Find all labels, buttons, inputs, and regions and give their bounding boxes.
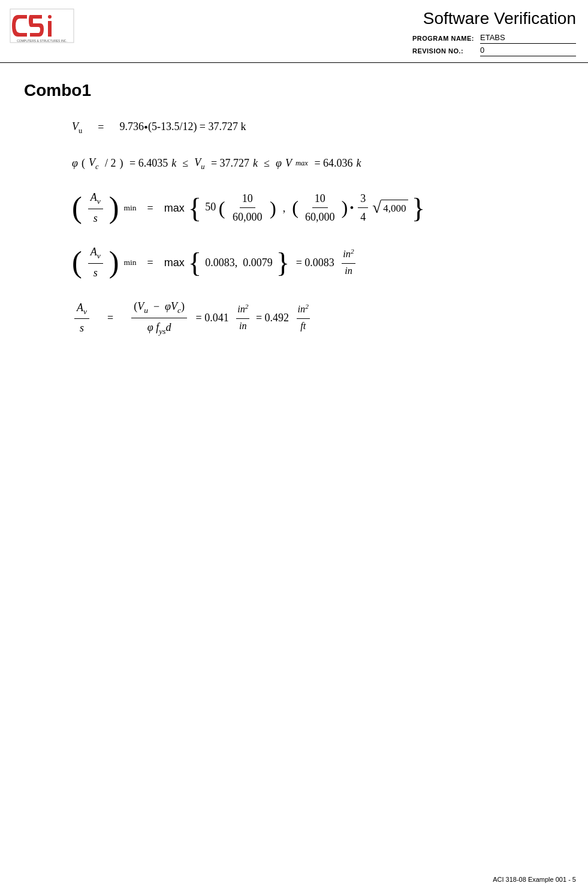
eq5-unit1: in2 in (236, 301, 249, 334)
eq3-close-brace: } (412, 195, 425, 221)
eq4-open-paren: ( (72, 249, 82, 276)
svg-point-1 (48, 15, 52, 19)
logo: COMPUTERS & STRUCTURES INC. (6, 6, 78, 45)
eq4-values: 0.0083, 0.0079 (205, 254, 273, 272)
eq2-close-paren: ) (120, 155, 123, 172)
equation-2: φ ( Vc / 2 ) = 6.4035 k ≤ Vu = 37.727 k … (72, 154, 564, 173)
equation-3: ( Av s ) min = max { 50 ( 10 60,000 ) (72, 189, 564, 227)
eq3-term2: ( 10 60,000 ) • 3 4 √ 4,000 (292, 190, 408, 227)
svg-text:COMPUTERS & STRUCTURES INC.: COMPUTERS & STRUCTURES INC. (17, 39, 67, 43)
eq2-val3: = 64.036 (312, 155, 353, 172)
eq5-lhs: Av s (72, 299, 92, 337)
equation-4: ( Av s ) min = max { 0.0083, 0.0079 } = … (72, 243, 564, 281)
svg-rect-2 (48, 21, 52, 37)
eq2-val1: = 6.4035 (127, 155, 168, 172)
eq1-lhs: Vu (72, 118, 82, 137)
eq2-val2: = 37.727 (208, 155, 249, 172)
eq3-term1: 50 ( 10 60,000 ) (205, 190, 276, 227)
equation-1: Vu = 9.736•(5-13.5/12) = 37.727 k (72, 118, 564, 137)
eq4-frac: Av s (88, 243, 103, 281)
eq2-leq2: ≤ (264, 155, 270, 172)
equations-block: Vu = 9.736•(5-13.5/12) = 37.727 k φ ( Vc… (72, 118, 564, 337)
program-name-value: ETABS (480, 33, 576, 44)
revision-value: 0 (480, 44, 576, 56)
eq5-unit2: in2 ft (297, 301, 310, 334)
program-name-label: PROGRAM NAME: (412, 33, 480, 44)
main-content: Combo1 Vu = 9.736•(5-13.5/12) = 37.727 k… (0, 63, 588, 361)
eq2-open-paren: ( (82, 155, 85, 172)
eq4-equals: = (147, 254, 153, 272)
header-right: Software Verification PROGRAM NAME: ETAB… (412, 6, 576, 56)
eq2-divider: / 2 (102, 155, 116, 172)
eq1-equals: = (98, 119, 104, 136)
eq4-max: max (164, 254, 185, 272)
eq4-unit: in2 in (342, 246, 355, 279)
eq2-phi: φ (72, 155, 78, 172)
eq5-val2: = 0.492 (253, 309, 291, 327)
eq4-min-sub: min (124, 256, 137, 269)
eq4-result: = 0.0083 (293, 254, 337, 272)
eq3-open-brace: { (188, 195, 201, 221)
eq2-leq1: ≤ (182, 155, 188, 172)
eq3-equals: = (147, 200, 153, 217)
eq4-close-paren: ) (109, 249, 119, 276)
eq5-val1: = 0.041 (193, 309, 231, 327)
eq2-vc: Vc (89, 154, 99, 173)
eq3-comma: , (283, 200, 286, 217)
eq3-open-paren: ( (72, 194, 82, 221)
equation-5: Av s = (Vu − φVc) φ fysd (72, 298, 564, 337)
page-title: Software Verification (423, 9, 576, 28)
page-footer: ACI 318-08 Example 001 - 5 (493, 876, 576, 883)
eq3-close-paren: ) (109, 194, 119, 221)
eq3-min-sub: min (124, 201, 137, 215)
eq3-max: max (164, 200, 185, 217)
eq5-equals: = (107, 309, 113, 327)
section-title: Combo1 (24, 81, 564, 100)
eq1-rhs: 9.736•(5-13.5/12) = 37.727 k (119, 118, 246, 137)
page-header: COMPUTERS & STRUCTURES INC. Software Ver… (0, 0, 588, 63)
eq5-frac: (Vu − φVc) φ fysd (129, 298, 189, 337)
eq3-frac-avs: Av s (86, 189, 105, 227)
revision-label: REVISION NO.: (412, 44, 480, 56)
